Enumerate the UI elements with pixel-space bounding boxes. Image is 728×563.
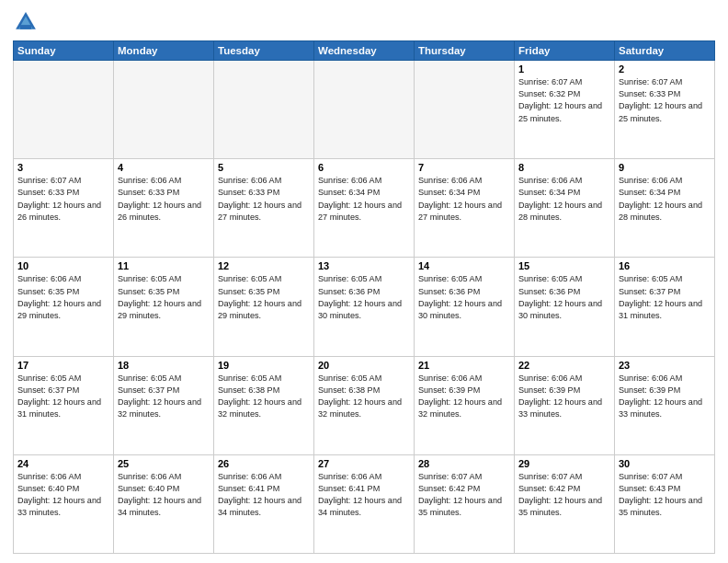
calendar-cell: 23Sunrise: 6:06 AMSunset: 6:39 PMDayligh… [615,356,715,454]
day-info: Sunrise: 6:07 AMSunset: 6:32 PMDaylight:… [518,76,610,125]
logo-icon [13,9,39,35]
calendar-cell: 6Sunrise: 6:06 AMSunset: 6:34 PMDaylight… [314,159,415,258]
calendar-table: SundayMondayTuesdayWednesdayThursdayFrid… [13,40,715,554]
calendar-cell: 11Sunrise: 6:05 AMSunset: 6:35 PMDayligh… [114,258,214,356]
calendar-cell: 29Sunrise: 6:07 AMSunset: 6:42 PMDayligh… [515,454,615,553]
day-info: Sunrise: 6:05 AMSunset: 6:35 PMDaylight:… [218,273,310,322]
day-number: 15 [518,260,610,271]
weekday-row: SundayMondayTuesdayWednesdayThursdayFrid… [14,41,715,61]
day-info: Sunrise: 6:05 AMSunset: 6:37 PMDaylight:… [118,373,210,421]
logo [13,9,42,35]
day-info: Sunrise: 6:06 AMSunset: 6:41 PMDaylight:… [318,471,410,520]
calendar-cell: 30Sunrise: 6:07 AMSunset: 6:43 PMDayligh… [615,454,715,553]
calendar-cell [114,61,214,159]
calendar-cell [415,61,515,159]
calendar-cell: 2Sunrise: 6:07 AMSunset: 6:33 PMDaylight… [615,61,715,159]
calendar-cell: 12Sunrise: 6:05 AMSunset: 6:35 PMDayligh… [214,258,314,356]
calendar-body: 1Sunrise: 6:07 AMSunset: 6:32 PMDaylight… [14,61,715,554]
day-info: Sunrise: 6:07 AMSunset: 6:42 PMDaylight:… [418,471,510,520]
weekday-header-sunday: Sunday [14,41,114,61]
day-info: Sunrise: 6:06 AMSunset: 6:39 PMDaylight:… [418,373,510,421]
calendar-cell: 8Sunrise: 6:06 AMSunset: 6:34 PMDaylight… [515,159,615,258]
calendar-cell [14,61,114,159]
day-info: Sunrise: 6:06 AMSunset: 6:41 PMDaylight:… [218,471,310,520]
day-number: 24 [17,458,109,469]
calendar-cell: 16Sunrise: 6:05 AMSunset: 6:37 PMDayligh… [615,258,715,356]
day-number: 9 [619,162,711,173]
calendar-cell: 27Sunrise: 6:06 AMSunset: 6:41 PMDayligh… [314,454,415,553]
day-info: Sunrise: 6:06 AMSunset: 6:33 PMDaylight:… [118,175,210,224]
day-info: Sunrise: 6:05 AMSunset: 6:36 PMDaylight:… [318,273,410,322]
day-number: 12 [218,260,310,271]
day-number: 29 [518,458,610,469]
week-row-2: 3Sunrise: 6:07 AMSunset: 6:33 PMDaylight… [14,159,715,258]
calendar-cell: 26Sunrise: 6:06 AMSunset: 6:41 PMDayligh… [214,454,314,553]
day-info: Sunrise: 6:06 AMSunset: 6:39 PMDaylight:… [518,373,610,421]
day-number: 5 [218,162,310,173]
day-info: Sunrise: 6:05 AMSunset: 6:38 PMDaylight:… [218,373,310,421]
calendar-cell: 17Sunrise: 6:05 AMSunset: 6:37 PMDayligh… [14,356,114,454]
day-number: 16 [619,260,711,271]
day-info: Sunrise: 6:06 AMSunset: 6:34 PMDaylight:… [318,175,410,224]
day-number: 19 [218,360,310,371]
calendar-cell: 9Sunrise: 6:06 AMSunset: 6:34 PMDaylight… [615,159,715,258]
calendar-cell: 5Sunrise: 6:06 AMSunset: 6:33 PMDaylight… [214,159,314,258]
header [13,9,715,35]
week-row-3: 10Sunrise: 6:06 AMSunset: 6:35 PMDayligh… [14,258,715,356]
calendar-cell: 14Sunrise: 6:05 AMSunset: 6:36 PMDayligh… [415,258,515,356]
day-number: 25 [118,458,210,469]
calendar-cell: 10Sunrise: 6:06 AMSunset: 6:35 PMDayligh… [14,258,114,356]
day-number: 11 [118,260,210,271]
day-number: 23 [619,360,711,371]
weekday-header-tuesday: Tuesday [214,41,314,61]
weekday-header-thursday: Thursday [415,41,515,61]
day-number: 10 [17,260,109,271]
calendar-cell: 20Sunrise: 6:05 AMSunset: 6:38 PMDayligh… [314,356,415,454]
day-number: 28 [418,458,510,469]
day-number: 3 [17,162,109,173]
day-info: Sunrise: 6:06 AMSunset: 6:35 PMDaylight:… [17,273,109,322]
day-number: 7 [418,162,510,173]
day-number: 21 [418,360,510,371]
day-number: 30 [619,458,711,469]
weekday-header-saturday: Saturday [615,41,715,61]
day-number: 8 [518,162,610,173]
day-info: Sunrise: 6:06 AMSunset: 6:40 PMDaylight:… [17,471,109,520]
day-info: Sunrise: 6:07 AMSunset: 6:43 PMDaylight:… [619,471,711,520]
week-row-5: 24Sunrise: 6:06 AMSunset: 6:40 PMDayligh… [14,454,715,553]
day-info: Sunrise: 6:05 AMSunset: 6:36 PMDaylight:… [518,273,610,322]
day-info: Sunrise: 6:06 AMSunset: 6:33 PMDaylight:… [218,175,310,224]
day-number: 13 [318,260,410,271]
day-number: 20 [318,360,410,371]
day-info: Sunrise: 6:05 AMSunset: 6:38 PMDaylight:… [318,373,410,421]
calendar-cell: 13Sunrise: 6:05 AMSunset: 6:36 PMDayligh… [314,258,415,356]
calendar-cell [214,61,314,159]
day-number: 4 [118,162,210,173]
calendar-cell: 1Sunrise: 6:07 AMSunset: 6:32 PMDaylight… [515,61,615,159]
day-info: Sunrise: 6:05 AMSunset: 6:36 PMDaylight:… [418,273,510,322]
week-row-1: 1Sunrise: 6:07 AMSunset: 6:32 PMDaylight… [14,61,715,159]
calendar-cell: 24Sunrise: 6:06 AMSunset: 6:40 PMDayligh… [14,454,114,553]
day-info: Sunrise: 6:06 AMSunset: 6:40 PMDaylight:… [118,471,210,520]
day-number: 6 [318,162,410,173]
day-number: 2 [619,63,711,75]
day-number: 26 [218,458,310,469]
day-info: Sunrise: 6:06 AMSunset: 6:34 PMDaylight:… [418,175,510,224]
day-info: Sunrise: 6:07 AMSunset: 6:33 PMDaylight:… [619,76,711,125]
calendar-cell: 18Sunrise: 6:05 AMSunset: 6:37 PMDayligh… [114,356,214,454]
day-number: 17 [17,360,109,371]
weekday-header-monday: Monday [114,41,214,61]
day-number: 27 [318,458,410,469]
day-info: Sunrise: 6:06 AMSunset: 6:34 PMDaylight:… [619,175,711,224]
day-info: Sunrise: 6:05 AMSunset: 6:35 PMDaylight:… [118,273,210,322]
day-info: Sunrise: 6:06 AMSunset: 6:34 PMDaylight:… [518,175,610,224]
day-info: Sunrise: 6:07 AMSunset: 6:42 PMDaylight:… [518,471,610,520]
calendar-cell: 28Sunrise: 6:07 AMSunset: 6:42 PMDayligh… [415,454,515,553]
calendar-cell: 7Sunrise: 6:06 AMSunset: 6:34 PMDaylight… [415,159,515,258]
day-number: 1 [518,63,610,75]
day-info: Sunrise: 6:05 AMSunset: 6:37 PMDaylight:… [619,273,711,322]
calendar-cell: 15Sunrise: 6:05 AMSunset: 6:36 PMDayligh… [515,258,615,356]
weekday-header-wednesday: Wednesday [314,41,415,61]
calendar-cell: 19Sunrise: 6:05 AMSunset: 6:38 PMDayligh… [214,356,314,454]
day-number: 14 [418,260,510,271]
